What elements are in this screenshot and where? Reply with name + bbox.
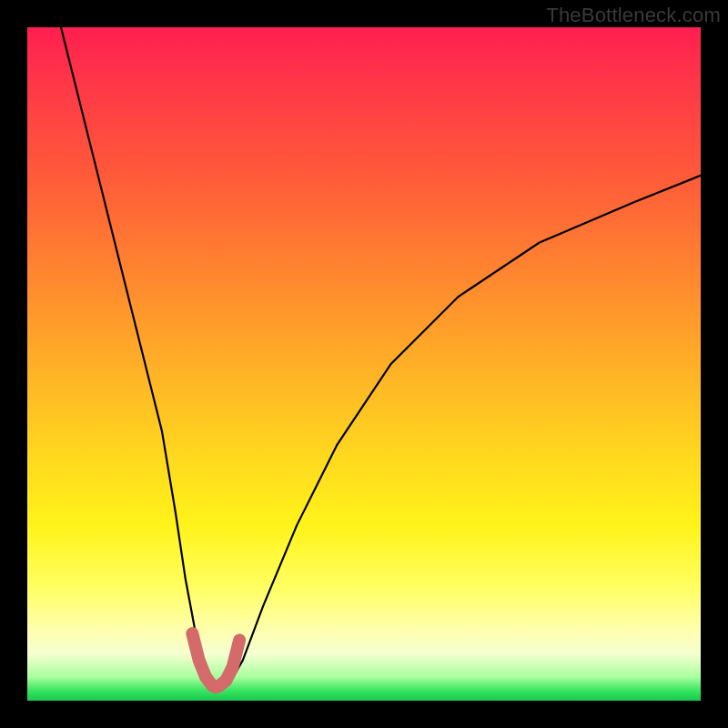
watermark-label: TheBottleneck.com (546, 4, 721, 27)
plot-area (27, 27, 701, 701)
chart-svg (27, 27, 701, 701)
trough-highlight (192, 633, 239, 687)
bottleneck-curve (61, 27, 701, 687)
chart-frame: TheBottleneck.com (0, 0, 728, 728)
